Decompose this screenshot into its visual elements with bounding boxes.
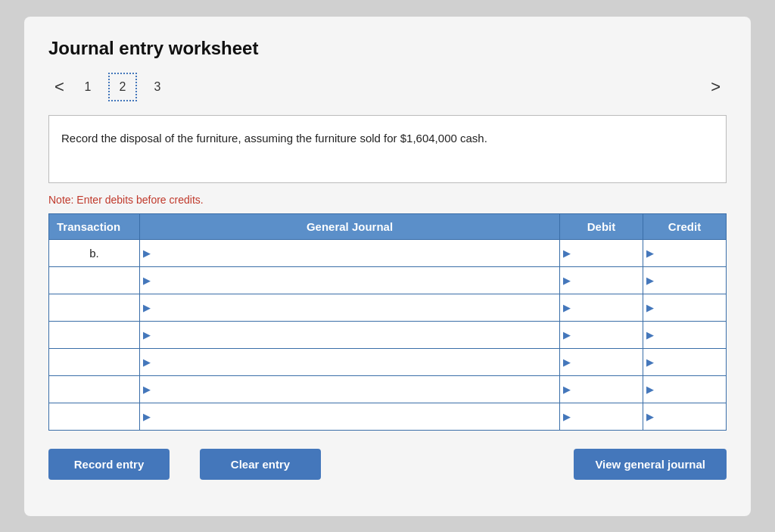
journal-text-4[interactable] — [143, 322, 555, 348]
page-title: Journal entry worksheet — [48, 38, 727, 59]
journal-input-3[interactable] — [140, 294, 560, 321]
description-box: Record the disposal of the furniture, as… — [48, 115, 727, 183]
credit-input-6[interactable] — [643, 375, 727, 403]
debit-text-3[interactable] — [563, 294, 638, 321]
journal-input-6[interactable] — [140, 375, 560, 403]
transaction-label-7 — [49, 403, 140, 430]
journal-input-2[interactable] — [140, 266, 560, 294]
table-row: b. — [49, 239, 727, 266]
table-row — [49, 266, 727, 294]
credit-text-5[interactable] — [646, 349, 721, 375]
view-general-journal-button[interactable]: View general journal — [574, 449, 727, 480]
journal-input-5[interactable] — [140, 348, 560, 375]
debit-text-7[interactable] — [563, 403, 638, 430]
debit-text-6[interactable] — [563, 376, 638, 403]
credit-input-7[interactable] — [643, 403, 727, 430]
debit-input-6[interactable] — [560, 375, 643, 403]
debit-text-4[interactable] — [563, 322, 638, 348]
credit-text-7[interactable] — [646, 403, 721, 430]
journal-entry-card: Journal entry worksheet < 1 2 3 > Record… — [24, 17, 751, 516]
table-row — [49, 403, 727, 430]
debit-text-5[interactable] — [563, 349, 638, 375]
table-row — [49, 294, 727, 321]
tab-1[interactable]: 1 — [73, 73, 102, 101]
credit-text-4[interactable] — [646, 322, 721, 348]
debit-input-3[interactable] — [560, 294, 643, 321]
transaction-label-4 — [49, 321, 140, 348]
journal-table: Transaction General Journal Debit Credit… — [48, 213, 727, 431]
col-debit: Debit — [560, 213, 643, 239]
description-text: Record the disposal of the furniture, as… — [61, 132, 487, 145]
debit-input-2[interactable] — [560, 266, 643, 294]
journal-text-5[interactable] — [143, 349, 555, 375]
table-row — [49, 375, 727, 403]
journal-input-1[interactable] — [140, 239, 560, 266]
col-transaction: Transaction — [49, 213, 140, 239]
journal-input-7[interactable] — [140, 403, 560, 430]
col-credit: Credit — [643, 213, 727, 239]
credit-input-2[interactable] — [643, 266, 727, 294]
transaction-label-3 — [49, 294, 140, 321]
transaction-label-6 — [49, 375, 140, 403]
transaction-label-1: b. — [49, 239, 140, 266]
credit-text-2[interactable] — [646, 267, 721, 294]
debit-text-2[interactable] — [563, 267, 638, 294]
table-row — [49, 348, 727, 375]
credit-text-1[interactable] — [646, 240, 721, 266]
next-arrow[interactable]: > — [705, 74, 727, 100]
prev-arrow[interactable]: < — [48, 74, 70, 100]
buttons-row: Record entry Clear entry View general jo… — [48, 449, 727, 480]
credit-text-3[interactable] — [646, 294, 721, 321]
transaction-label-2 — [49, 266, 140, 294]
table-row — [49, 321, 727, 348]
journal-text-6[interactable] — [143, 376, 555, 403]
journal-text-7[interactable] — [143, 403, 555, 430]
credit-input-3[interactable] — [643, 294, 727, 321]
debit-input-7[interactable] — [560, 403, 643, 430]
debit-input-4[interactable] — [560, 321, 643, 348]
tab-navigation: < 1 2 3 > — [48, 73, 727, 101]
credit-input-5[interactable] — [643, 348, 727, 375]
debit-text-1[interactable] — [563, 240, 638, 266]
debit-input-5[interactable] — [560, 348, 643, 375]
journal-input-4[interactable] — [140, 321, 560, 348]
record-entry-button[interactable]: Record entry — [48, 449, 170, 480]
credit-input-1[interactable] — [643, 239, 727, 266]
clear-entry-button[interactable]: Clear entry — [200, 449, 321, 480]
credit-input-4[interactable] — [643, 321, 727, 348]
credit-text-6[interactable] — [646, 376, 721, 403]
journal-text-3[interactable] — [143, 294, 555, 321]
note-text: Note: Enter debits before credits. — [48, 194, 727, 206]
tab-3[interactable]: 3 — [143, 73, 172, 101]
col-general-journal: General Journal — [140, 213, 560, 239]
journal-text-2[interactable] — [143, 267, 555, 294]
journal-text-1[interactable] — [143, 240, 555, 266]
transaction-label-5 — [49, 348, 140, 375]
debit-input-1[interactable] — [560, 239, 643, 266]
tab-2[interactable]: 2 — [108, 73, 137, 101]
